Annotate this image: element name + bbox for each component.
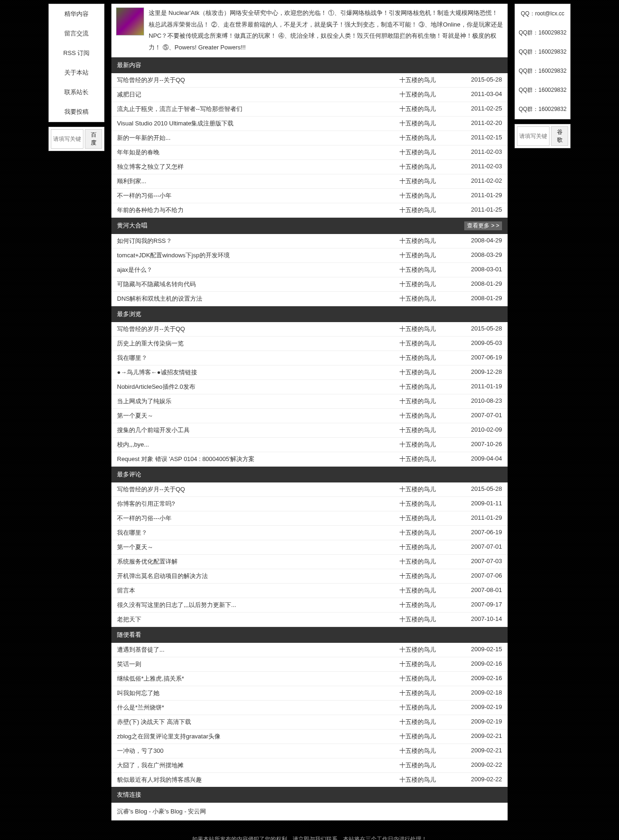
list-item[interactable]: 新的一年新的开始...十五楼的鸟儿2011-02-15 — [111, 131, 508, 145]
nav-item-about[interactable]: 关于本站 — [49, 63, 104, 83]
list-item[interactable]: 不一样的习俗---小年十五楼的鸟儿2011-01-29 — [111, 189, 508, 203]
item-title: 写给曾经的岁月--关于QQ — [117, 485, 399, 494]
right-search-input[interactable] — [517, 126, 550, 146]
list-item[interactable]: 赤壁(下) 决战天下 高清下载十五楼的鸟儿2009-02-19 — [111, 715, 508, 730]
list-item[interactable]: 年年如是的春晚十五楼的鸟儿2011-02-03 — [111, 145, 508, 160]
item-date: 2011-01-25 — [455, 206, 502, 214]
list-item[interactable]: 校内,,,bye...十五楼的鸟儿2007-10-26 — [111, 438, 508, 452]
nav-item-rss[interactable]: RSS 订阅 — [49, 43, 104, 63]
list-item[interactable]: ●→鸟儿博客←●诚招友情链接十五楼的鸟儿2009-12-28 — [111, 365, 508, 380]
list-item[interactable]: 顺利到家...十五楼的鸟儿2011-02-02 — [111, 174, 508, 189]
item-title: 赤壁(下) 决战天下 高清下载 — [117, 718, 399, 726]
item-author: 十五楼的鸟儿 — [399, 558, 455, 566]
list-item[interactable]: 貌似最近有人对我的博客感兴趣十五楼的鸟儿2009-02-22 — [111, 773, 508, 787]
item-title: 我在哪里？ — [117, 354, 399, 362]
left-search-input[interactable] — [51, 129, 83, 149]
list-item[interactable]: 当上网成为了纯娱乐十五楼的鸟儿2010-08-23 — [111, 394, 508, 409]
list-item[interactable]: 大囧了，我在广州摆地摊十五楼的鸟儿2009-02-22 — [111, 758, 508, 773]
list-item[interactable]: 减肥日记十五楼的鸟儿2011-03-04 — [111, 88, 508, 102]
list-item[interactable]: 如何订阅我的RSS？十五楼的鸟儿2008-04-29 — [111, 234, 508, 248]
item-title: 如何订阅我的RSS？ — [117, 237, 399, 245]
list-item[interactable]: 继续低俗*上雅虎,搞关系*十五楼的鸟儿2009-02-16 — [111, 672, 508, 686]
item-title: 不一样的习俗---小年 — [117, 514, 399, 523]
list-item[interactable]: zblog之在回复评论里支持gravatar头像十五楼的鸟儿2009-02-21 — [111, 730, 508, 744]
list-item[interactable]: 独立博客之独立了又怎样十五楼的鸟儿2011-02-03 — [111, 160, 508, 174]
item-title: DNS解析和双线主机的设置方法 — [117, 295, 399, 303]
nav-item-jinghua[interactable]: 精华内容 — [49, 4, 104, 24]
item-author: 十五楼的鸟儿 — [399, 237, 455, 245]
list-item[interactable]: 搜集的几个前端开发小工具十五楼的鸟儿2010-02-09 — [111, 423, 508, 438]
info-qq-group-5: QQ群：160029832 — [515, 100, 570, 119]
list-item[interactable]: 你博客的引用正常吗?十五楼的鸟儿2009-01-11 — [111, 497, 508, 511]
item-title: 遭遇到基督徒了... — [117, 646, 399, 654]
item-date: 2010-02-09 — [455, 426, 502, 434]
list-item[interactable]: 叫我如何忘了她十五楼的鸟儿2009-02-18 — [111, 686, 508, 701]
nav-item-contact[interactable]: 联系站长 — [49, 83, 104, 102]
list-item[interactable]: 写给曾经的岁月--关于QQ十五楼的鸟儿2015-05-28 — [111, 322, 508, 337]
list-item[interactable]: 留言本十五楼的鸟儿2007-08-01 — [111, 584, 508, 598]
list-item[interactable]: 写给曾经的岁月--关于QQ十五楼的鸟儿2015-05-28 — [111, 73, 508, 88]
list-item[interactable]: Visual Studio 2010 Ultimate集成注册版下载十五楼的鸟儿… — [111, 117, 508, 131]
item-author: 十五楼的鸟儿 — [399, 601, 455, 609]
item-title: 搜集的几个前端开发小工具 — [117, 426, 399, 434]
item-title: 继续低俗*上雅虎,搞关系* — [117, 675, 399, 683]
item-date: 2010-08-23 — [455, 397, 502, 406]
list-item[interactable]: 不一样的习俗---小年十五楼的鸟儿2011-01-29 — [111, 511, 508, 526]
item-author: 十五楼的鸟儿 — [399, 675, 455, 683]
list-item[interactable]: 系统服务优化配置详解十五楼的鸟儿2007-07-03 — [111, 555, 508, 569]
item-date: 2009-02-16 — [455, 675, 502, 683]
item-title: 历史上的重大传染病一览 — [117, 339, 399, 348]
list-item[interactable]: 流丸止于瓯臾，流言止于智者--写给那些智者们十五楼的鸟儿2011-02-25 — [111, 102, 508, 117]
list-item[interactable]: 年前的各种给力与不给力十五楼的鸟儿2011-01-25 — [111, 203, 508, 218]
list-item[interactable]: Request 对象 错误 'ASP 0104 : 80004005'解决方案十… — [111, 452, 508, 467]
item-author: 十五楼的鸟儿 — [399, 105, 455, 113]
item-title: 流丸止于瓯臾，流言止于智者--写给那些智者们 — [117, 105, 399, 113]
list-item[interactable]: 第一个夏天～十五楼的鸟儿2007-07-01 — [111, 540, 508, 555]
item-author: 十五楼的鸟儿 — [399, 441, 455, 449]
list-item[interactable]: 老把天下十五楼的鸟儿2007-10-14 — [111, 613, 508, 627]
left-sidebar: 精华内容 留言交流 RSS 订阅 关于本站 联系站长 我要投稿 百度 — [48, 4, 104, 151]
item-date: 2007-10-14 — [455, 615, 502, 624]
list-item[interactable]: 历史上的重大传染病一览十五楼的鸟儿2009-05-03 — [111, 337, 508, 351]
item-author: 十五楼的鸟儿 — [399, 280, 455, 289]
item-title: 你博客的引用正常吗? — [117, 500, 399, 508]
item-title: 写给曾经的岁月--关于QQ — [117, 325, 399, 333]
item-title: zblog之在回复评论里支持gravatar头像 — [117, 732, 399, 741]
list-item[interactable]: tomcat+JDK配置windows下jsp的开发环境十五楼的鸟儿2008-0… — [111, 248, 508, 263]
list-item[interactable]: 笑话一则十五楼的鸟儿2009-02-16 — [111, 657, 508, 672]
nav-item-submit[interactable]: 我要投稿 — [49, 102, 104, 122]
list-item[interactable]: 写给曾经的岁月--关于QQ十五楼的鸟儿2015-05-28 — [111, 482, 508, 497]
list-item[interactable]: 遭遇到基督徒了...十五楼的鸟儿2009-02-15 — [111, 643, 508, 657]
item-author: 十五楼的鸟儿 — [399, 339, 455, 348]
list-item[interactable]: 我在哪里？十五楼的鸟儿2007-06-19 — [111, 351, 508, 365]
item-date: 2009-04-04 — [455, 455, 502, 463]
left-search-button[interactable]: 百度 — [85, 129, 102, 149]
item-author: 十五楼的鸟儿 — [399, 134, 455, 142]
list-item[interactable]: 我在哪里？十五楼的鸟儿2007-06-19 — [111, 526, 508, 540]
list-item[interactable]: 第一个夏天～十五楼的鸟儿2007-07-01 — [111, 409, 508, 423]
list-item[interactable]: 一冲动，亏了300十五楼的鸟儿2009-02-21 — [111, 744, 508, 758]
item-date: 2007-07-01 — [455, 543, 502, 551]
item-author: 十五楼的鸟儿 — [399, 206, 455, 214]
info-qq-group-3: QQ群：160029832 — [515, 62, 570, 81]
more-link[interactable]: 查看更多 > > — [464, 221, 502, 230]
item-title: 第一个夏天～ — [117, 412, 399, 420]
list-item[interactable]: DNS解析和双线主机的设置方法十五楼的鸟儿2008-01-29 — [111, 292, 508, 306]
nav-item-liuyan[interactable]: 留言交流 — [49, 24, 104, 43]
list-item[interactable]: 开机弹出莫名启动项目的解决方法十五楼的鸟儿2007-07-06 — [111, 569, 508, 584]
item-author: 十五楼的鸟儿 — [399, 485, 455, 494]
item-date: 2015-05-28 — [455, 76, 502, 84]
list-item[interactable]: 什么是*兰州烧饼*十五楼的鸟儿2009-02-19 — [111, 701, 508, 715]
list-item[interactable]: NobirdArticleSeo插件2.0发布十五楼的鸟儿2011-01-19 — [111, 380, 508, 394]
section-title: 黄河大合唱查看更多 > > — [111, 218, 508, 234]
list-item[interactable]: 可隐藏与不隐藏域名转向代码十五楼的鸟儿2008-01-29 — [111, 277, 508, 292]
info-qq-group-4: QQ群：160029832 — [515, 81, 570, 100]
item-title: 系统服务优化配置详解 — [117, 558, 399, 566]
right-search-button[interactable]: 谷歌 — [551, 126, 568, 146]
item-author: 十五楼的鸟儿 — [399, 90, 455, 99]
list-item[interactable]: ajax是什么？十五楼的鸟儿2008-03-01 — [111, 263, 508, 277]
left-nav: 精华内容 留言交流 RSS 订阅 关于本站 联系站长 我要投稿 — [48, 4, 104, 122]
item-title: 不一样的习俗---小年 — [117, 192, 399, 200]
list-item[interactable]: 很久没有写这里的日志了,,,以后努力更新下...十五楼的鸟儿2007-09-17 — [111, 598, 508, 613]
item-date: 2011-02-03 — [455, 148, 502, 157]
